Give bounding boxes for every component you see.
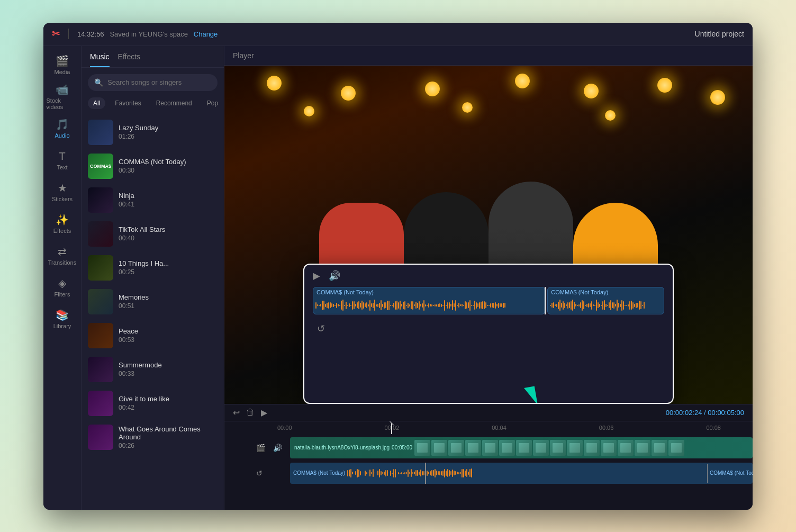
wave-bar <box>487 305 488 306</box>
video-area: ▶ 🔊 COMMA$ (Not Today) <box>224 66 753 404</box>
sidebar-item-transitions[interactable]: ⇄ Transitions <box>47 241 78 270</box>
wave-bar <box>553 302 554 308</box>
track-wave-bar <box>436 471 437 475</box>
track-wave-bar <box>377 471 378 475</box>
song-name: Give it to me like <box>119 395 218 403</box>
undo-button[interactable]: ↩ <box>233 408 240 418</box>
song-item[interactable]: TikTok All Stars 00:40 <box>82 217 224 251</box>
popup-play-icon[interactable]: ▶ <box>313 270 320 282</box>
audio-mute-icon[interactable]: 🔊 <box>273 444 286 452</box>
track-wave-bar <box>422 471 423 475</box>
filter-pop[interactable]: Pop <box>202 97 223 109</box>
waveform-1 <box>313 297 545 314</box>
track-wave-bar <box>358 470 359 477</box>
library-label: Library <box>53 323 71 329</box>
wave-bar <box>585 305 586 306</box>
wave-bar <box>593 304 594 306</box>
song-item[interactable]: COMMA$ COMMA$ (Not Today) 00:30 <box>82 149 224 183</box>
filter-all[interactable]: All <box>88 97 105 109</box>
wave-bar <box>422 303 423 308</box>
audio-track-row-1: ↺ COMMA$ (Not Today) COMMA$ (Not Today) <box>256 462 753 485</box>
delete-button[interactable]: 🗑 <box>246 408 255 417</box>
sidebar-item-filters[interactable]: ◈ Filters <box>47 273 78 302</box>
wave-bar <box>433 305 434 306</box>
track-wave-bar <box>384 472 385 475</box>
sidebar-item-media[interactable]: 🎬 Media <box>47 50 78 80</box>
play-button[interactable]: ▶ <box>261 408 267 418</box>
timeline-tracks: 🎬 🔊 natalia-blauth-lysnA8OxYl8-unsplash.… <box>224 434 753 510</box>
song-duration: 00:40 <box>119 235 218 242</box>
video-track-duration: 00:05:00 <box>392 445 412 450</box>
song-item[interactable]: Summermode 00:33 <box>82 353 224 386</box>
wave-bar <box>591 301 592 310</box>
wave-bar <box>617 300 618 311</box>
wave-bar <box>501 303 502 307</box>
track-wave-bar <box>347 470 348 476</box>
video-frame <box>652 440 667 456</box>
song-item[interactable]: Memories 00:51 <box>82 285 224 319</box>
song-item[interactable]: Ninja 00:41 <box>82 183 224 217</box>
song-thumb <box>88 391 113 416</box>
track-wave-bar <box>387 470 388 476</box>
wave-bar <box>484 301 485 309</box>
wave-bar <box>330 302 331 308</box>
video-frame-inner <box>468 443 478 453</box>
video-frame-inner <box>637 443 648 453</box>
tab-effects[interactable]: Effects <box>118 52 141 67</box>
change-link[interactable]: Change <box>194 30 218 38</box>
song-item[interactable]: 10 Things I Ha... 00:25 <box>82 251 224 285</box>
audio-block-2[interactable]: COMMA$ (Not Today) <box>547 287 664 314</box>
filter-favorites[interactable]: Favorites <box>110 97 146 109</box>
song-duration: 00:25 <box>119 268 218 276</box>
wave-bar <box>328 302 329 309</box>
song-item[interactable]: What Goes Around Comes Around 00:26 <box>82 420 224 454</box>
sidebar-item-effects[interactable]: ✨ Effects <box>47 209 78 239</box>
song-item[interactable]: Peace 00:53 <box>82 319 224 353</box>
song-item[interactable]: Give it to me like 00:42 <box>82 386 224 420</box>
loop-icon[interactable]: ↺ <box>256 469 269 477</box>
library-icon: 📚 <box>56 309 69 321</box>
wave-bar <box>644 302 645 309</box>
song-thumb <box>88 425 113 450</box>
light-bulb <box>425 82 440 96</box>
wave-bar <box>408 303 409 308</box>
audio-track-split-2[interactable]: COMMA$ (Not Today) <box>707 464 749 483</box>
popup-volume-icon[interactable]: 🔊 <box>329 270 340 282</box>
filter-recommend[interactable]: Recommend <box>151 97 197 109</box>
track-wave-bar <box>395 469 396 477</box>
timeline-controls: ↩ 🗑 ▶ 00:00:02:24 / 00:00:05:00 <box>224 404 753 421</box>
wave-bar <box>613 302 614 309</box>
sidebar-item-audio[interactable]: 🎵 Audio <box>47 114 78 143</box>
audio-block-1[interactable]: COMMA$ (Not Today) <box>313 287 545 314</box>
tab-music[interactable]: Music <box>90 52 110 67</box>
audio-track-content-1[interactable]: COMMA$ (Not Today) COMMA$ (Not Today) <box>290 463 753 484</box>
timeline-time: 00:00:02:24 / 00:00:05:00 <box>666 409 744 417</box>
sidebar-item-library[interactable]: 📚 Library <box>47 304 78 334</box>
light-bulb <box>267 76 282 91</box>
song-item[interactable]: Lazy Sunday 01:26 <box>82 115 224 149</box>
wave-bar <box>628 304 629 306</box>
wave-bar <box>605 304 607 307</box>
wave-bar <box>334 305 336 306</box>
wave-bar <box>604 300 605 310</box>
wave-bar <box>442 305 444 306</box>
filters-label: Filters <box>55 291 70 297</box>
light-bulb <box>304 106 314 116</box>
wave-bar <box>577 305 578 306</box>
search-input[interactable] <box>107 78 211 86</box>
song-info: What Goes Around Comes Around 00:26 <box>119 425 218 449</box>
video-frame-inner <box>519 443 529 453</box>
sidebar-item-stock[interactable]: 📹 Stock videos <box>47 82 78 112</box>
loop-button[interactable]: ↺ <box>317 323 325 335</box>
sidebar-item-text[interactable]: T Text <box>47 146 78 175</box>
wave-bar <box>355 304 356 306</box>
track-wave-bar <box>452 470 453 477</box>
wave-bar <box>640 301 641 309</box>
video-track-content[interactable]: natalia-blauth-lysnA8OxYl8-unsplash.jpg … <box>290 437 753 458</box>
song-list: Lazy Sunday 01:26 COMMA$ COMMA$ (Not Tod… <box>82 113 224 510</box>
track-wave-bar <box>373 469 374 477</box>
wave-bar <box>452 300 453 310</box>
song-thumb <box>88 289 113 314</box>
sidebar-item-stickers[interactable]: ★ Stickers <box>47 177 78 207</box>
wave-bar <box>398 302 399 309</box>
